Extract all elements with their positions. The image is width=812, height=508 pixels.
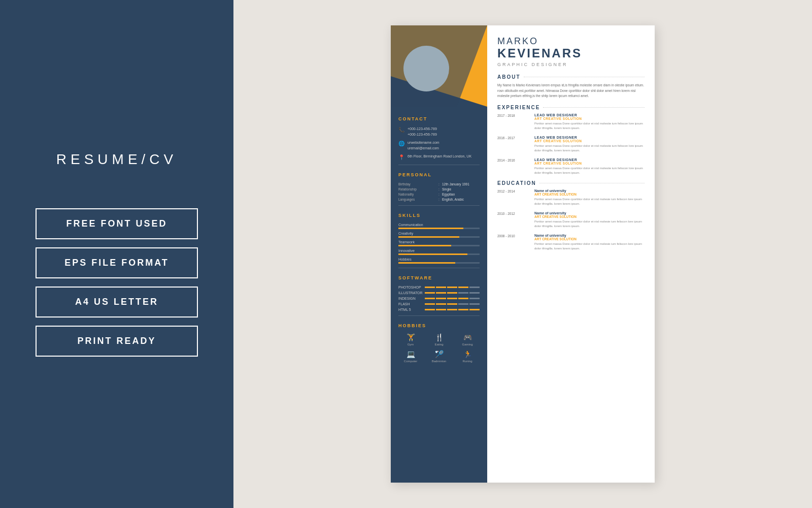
badminton-icon: 🏸 [435, 350, 444, 358]
sidebar-content: CONTACT 📞 +000-123-456-789 +000-123-456-… [391, 102, 487, 370]
hobby-gym: 🏋 Gym [398, 333, 423, 346]
exp-dates-1: 2017 - 2018 [497, 113, 530, 131]
software-flash: FLASH [398, 302, 480, 306]
print-ready-button[interactable]: PRINT READY [36, 326, 198, 357]
education-section-heading: EDUCATION [497, 180, 645, 186]
software-illustrator: ILLUSTRATOR [398, 291, 480, 295]
hobby-eating: 🍴 Eating [427, 333, 451, 346]
computer-icon: 💻 [407, 350, 415, 358]
hobby-running: 🏃 Runing [455, 350, 480, 363]
contact-address: 📍 6th Floor, Birmingham Road London, UK [398, 154, 480, 161]
resume-main-content: MARKO KEVIENARS GRAPHIC DESIGNER ABOUT M… [487, 25, 655, 483]
personal-heading: PERSONAL [398, 172, 480, 177]
running-icon: 🏃 [463, 350, 472, 358]
edu-detail-3: Name of university ART CREATIVE SOLUTION… [534, 234, 645, 251]
feature-buttons-container: FREE FONT USED EPS FILE FORMAT A4 US LET… [36, 208, 198, 357]
resume-last-name: KEVIENARS [497, 47, 645, 60]
hobby-computer: 💻 Computer [398, 350, 423, 363]
web-icon: 🌐 [398, 141, 404, 147]
resume-card: CONTACT 📞 +000-123-456-789 +000-123-456-… [391, 25, 655, 483]
resume-job-title: GRAPHIC DESIGNER [497, 62, 645, 67]
hobbies-grid: 🏋 Gym 🍴 Eating 🎮 Gaming 💻 Computer [398, 333, 480, 363]
skill-communication: Communication [398, 223, 480, 229]
free-font-button[interactable]: FREE FONT USED [36, 208, 198, 239]
edu-dates-3: 2008 - 2010 [497, 234, 530, 251]
contact-web: 🌐 urwebsitename.com uremail@email.com [398, 140, 480, 151]
exp-dates-2: 2016 - 2017 [497, 136, 530, 153]
contact-phone: 📞 +000-123-456-789 +000-123-456-789 [398, 126, 480, 137]
experience-item-2: 2016 - 2017 Lead Web Designer ART CREATI… [497, 136, 645, 153]
eps-format-button[interactable]: EPS FILE FORMAT [36, 247, 198, 278]
software-photoshop: PHOTOSHOP [398, 285, 480, 289]
exp-detail-3: Lead Web Designer ART CREATIVE SOLUTION … [534, 158, 645, 175]
left-panel: RESUME/CV FREE FONT USED EPS FILE FORMAT… [0, 0, 233, 508]
skill-creativity: Creativity [398, 232, 480, 238]
web-address: urwebsitename.com uremail@email.com [408, 140, 439, 151]
experience-section-heading: EXPERIENCE [497, 105, 645, 110]
software-html5: HTML 5 [398, 308, 480, 311]
resume-first-name: MARKO [497, 37, 645, 47]
about-text: My Name Is Marko Kevienars lorem empus i… [497, 83, 645, 99]
experience-item-3: 2014 - 2016 Lead Web Designer ART CREATI… [497, 158, 645, 175]
hobby-badminton: 🏸 Badminton [427, 350, 451, 363]
education-item-2: 2010 - 2012 Name of university ART CREAT… [497, 211, 645, 229]
skill-teamwork: Teamwork [398, 240, 480, 246]
phone-icon: 📞 [398, 127, 404, 133]
about-section-heading: ABOUT [497, 74, 645, 80]
exp-detail-1: Lead Web Designer ART CREATIVE SOLUTION … [534, 113, 645, 131]
personal-info: Birthday : 12th January 1991 Relationshi… [398, 182, 480, 201]
resume-cv-title: RESUME/CV [56, 151, 177, 168]
education-item-1: 2012 - 2014 Name of university ART CREAT… [497, 189, 645, 206]
location-icon: 📍 [398, 154, 404, 161]
edu-dates-1: 2012 - 2014 [497, 189, 530, 206]
software-indesign: INDESIGN [398, 297, 480, 300]
gym-icon: 🏋 [407, 333, 415, 341]
hobbies-heading: HOBBIES [398, 323, 480, 328]
skill-hobbies: Hobbies [398, 258, 480, 264]
skills-heading: SKILLS [398, 213, 480, 218]
eating-icon: 🍴 [435, 333, 444, 341]
avatar [403, 46, 449, 91]
address-text: 6th Floor, Birmingham Road London, UK [408, 154, 471, 160]
edu-detail-2: Name of university ART CREATIVE SOLUTION… [534, 211, 645, 229]
experience-item-1: 2017 - 2018 Lead Web Designer ART CREATI… [497, 113, 645, 131]
exp-dates-3: 2014 - 2016 [497, 158, 530, 175]
education-item-3: 2008 - 2010 Name of university ART CREAT… [497, 234, 645, 251]
skill-innovative: Innovative [398, 249, 480, 255]
software-heading: SOFTWARE [398, 275, 480, 280]
edu-detail-1: Name of university ART CREATIVE SOLUTION… [534, 189, 645, 206]
edu-dates-2: 2010 - 2012 [497, 211, 530, 229]
right-panel: CONTACT 📞 +000-123-456-789 +000-123-456-… [233, 0, 812, 508]
gaming-icon: 🎮 [463, 333, 472, 341]
phone-numbers: +000-123-456-789 +000-123-456-789 [408, 126, 437, 137]
exp-detail-2: Lead Web Designer ART CREATIVE SOLUTION … [534, 136, 645, 153]
resume-sidebar: CONTACT 📞 +000-123-456-789 +000-123-456-… [391, 25, 487, 483]
contact-heading: CONTACT [398, 116, 480, 121]
hobby-gaming: 🎮 Gaming [455, 333, 480, 346]
a4-letter-button[interactable]: A4 US LETTER [36, 287, 198, 318]
